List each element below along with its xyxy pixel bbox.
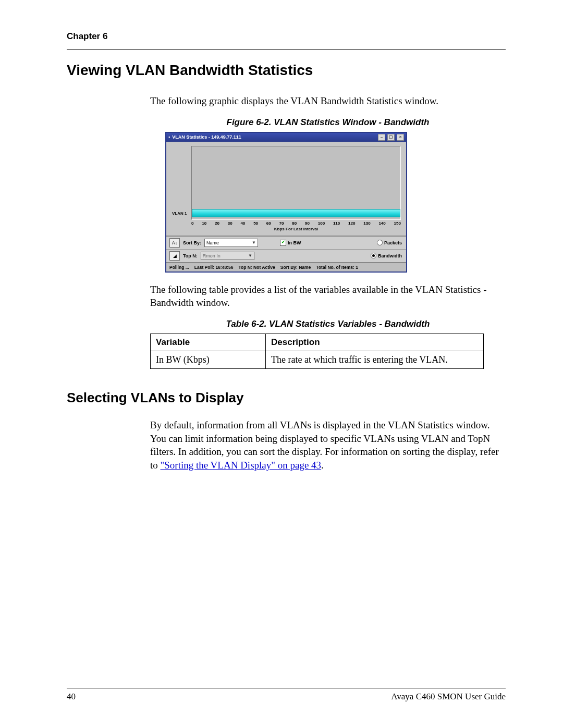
status-sort: Sort By: Name [280,265,311,270]
radio-icon [371,253,376,258]
radio-icon [377,240,383,245]
tick: 140 [378,221,385,226]
figure-caption: Figure 6-2. VLAN Statistics Window - Ban… [150,117,506,128]
after-figure-paragraph: The following table provides a list of t… [150,283,506,310]
cell-description: The rate at which traffic is entering th… [266,351,484,368]
radio-packets-label: Packets [384,240,402,245]
table-header-variable: Variable [151,334,266,351]
tick: 40 [240,221,245,226]
section-heading-bandwidth: Viewing VLAN Bandwidth Statistics [67,62,506,79]
status-items: Total No. of Items: 1 [316,265,358,270]
controls-area: A↓ Sort By: Name ▼ ✔ In BW Packets [166,236,406,262]
table-row: In BW (Kbps) The rate at which traffic i… [151,351,484,368]
sort-by-label: Sort By: [183,240,201,245]
doc-title: Avaya C460 SMON User Guide [391,692,506,702]
tick: 100 [318,221,325,226]
topn-dropdown[interactable]: Rmon In ▼ [201,252,254,260]
table-caption: Table 6-2. VLAN Statistics Variables - B… [150,319,506,329]
checkbox-icon: ✔ [280,240,286,246]
table-header-description: Description [266,334,484,351]
tick: 10 [202,221,206,226]
status-topn: Top N: Not Active [238,265,275,270]
chevron-down-icon: ▼ [252,240,256,245]
header-rule [67,49,506,50]
topn-icon[interactable]: ◢ [169,251,180,261]
intro-paragraph: The following graphic displays the VLAN … [150,94,506,108]
status-bar: Polling ... Last Poll: 16:48:56 Top N: N… [166,262,406,272]
radio-packets[interactable]: Packets [377,240,402,245]
topn-value: Rmon In [203,253,221,258]
checkbox-label: In BW [288,240,301,245]
section-heading-selecting: Selecting VLANs to Display [67,390,506,406]
in-bw-checkbox[interactable]: ✔ In BW [280,240,301,246]
chart-bar-vlan1 [192,209,400,217]
window-sys-icon: ▪ [168,134,170,140]
tick: 20 [215,221,219,226]
tick: 80 [292,221,297,226]
page-number: 40 [67,692,76,702]
chart-plot: VLAN 1 [191,146,401,220]
chart-area: VLAN 1 0 10 20 30 40 50 60 70 80 90 100 … [166,142,406,236]
tick: 30 [228,221,232,226]
sort-by-dropdown[interactable]: Name ▼ [204,239,258,247]
sort-by-value: Name [206,240,219,245]
maximize-icon[interactable]: ▢ [387,134,395,141]
tick: 0 [191,221,193,226]
radio-bandwidth[interactable]: Bandwidth [371,253,402,258]
topn-label: Top N: [183,253,198,258]
tick: 50 [253,221,258,226]
tick: 70 [279,221,284,226]
body-post: . [321,460,324,471]
tick: 60 [266,221,271,226]
chevron-down-icon: ▼ [248,253,252,258]
vlan-statistics-window: ▪ VLAN Statistics - 149.49.77.111 – ▢ × … [165,132,407,273]
chart-y-category: VLAN 1 [172,210,187,217]
status-last-poll: Last Poll: 16:48:56 [194,265,234,270]
tick: 150 [394,221,401,226]
cell-variable: In BW (Kbps) [151,351,266,368]
tick: 110 [333,221,340,226]
status-polling: Polling ... [169,265,189,270]
chart-x-title: Kbps For Last Interval [191,226,401,235]
minimize-icon[interactable]: – [378,134,385,141]
window-titlebar: ▪ VLAN Statistics - 149.49.77.111 – ▢ × [166,133,406,142]
sort-icon[interactable]: A↓ [169,238,180,248]
variables-table: Variable Description In BW (Kbps) The ra… [150,334,484,369]
close-icon[interactable]: × [397,134,404,141]
xref-sorting-link[interactable]: "Sorting the VLAN Display" on page 43 [161,460,322,471]
figure-vlan-window: ▪ VLAN Statistics - 149.49.77.111 – ▢ × … [67,132,506,273]
chart-x-axis: 0 10 20 30 40 50 60 70 80 90 100 110 120… [191,220,401,226]
chapter-label: Chapter 6 [67,31,506,42]
window-title-text: VLAN Statistics - 149.49.77.111 [172,134,241,140]
tick: 90 [305,221,310,226]
tick: 120 [348,221,355,226]
radio-bandwidth-label: Bandwidth [378,253,402,258]
tick: 130 [363,221,370,226]
selecting-paragraph: By default, information from all VLANs i… [150,418,506,472]
page-footer: 40 Avaya C460 SMON User Guide [67,688,506,702]
